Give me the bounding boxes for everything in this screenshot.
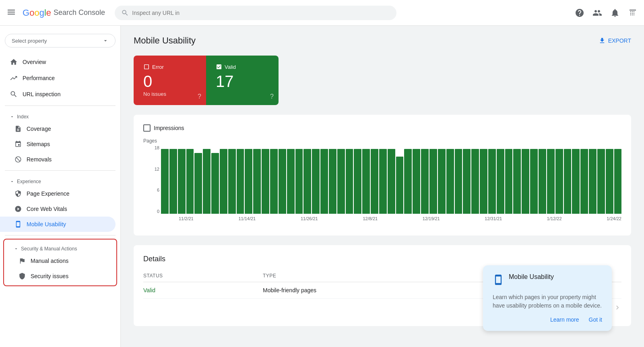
chart-bar [513, 149, 521, 214]
valid-count: 17 [216, 73, 269, 89]
sidebar-item-url-inspection[interactable]: URL inspection [0, 86, 116, 102]
chart-bar [329, 149, 336, 214]
sidebar-item-sitemaps[interactable]: Sitemaps [0, 136, 116, 152]
apps-icon[interactable] [628, 8, 638, 18]
chart-bar [237, 149, 244, 214]
chart-bar [580, 149, 588, 214]
notifications-icon[interactable] [610, 8, 620, 18]
chart-bar [194, 153, 202, 214]
x-tick-7: 1/12/22 [547, 216, 562, 221]
got-it-button[interactable]: Got it [589, 316, 602, 323]
sidebar-item-removals[interactable]: Removals [0, 152, 116, 167]
x-tick-8: 1/24/22 [607, 216, 621, 221]
chart-bar [270, 149, 278, 214]
chart-bar [522, 149, 529, 214]
chart-bar [245, 149, 252, 214]
section-security-manual[interactable]: Security & Manual Actions [4, 241, 116, 253]
chart-section: Impressions Pages 18 12 6 0 11/2/21 11/1… [134, 115, 631, 235]
sidebar-item-mobile-usability[interactable]: Mobile Usability [0, 217, 116, 232]
sidebar-item-coverage[interactable]: Coverage [0, 121, 116, 136]
section-index[interactable]: Index [0, 109, 120, 121]
header: Google Search Console [0, 0, 644, 26]
export-icon [599, 37, 606, 44]
removals-icon [14, 156, 22, 163]
chart-y-axis: 18 12 6 0 [143, 145, 159, 214]
tooltip-popup: Mobile Usability Learn which pages in yo… [483, 265, 612, 331]
accounts-icon[interactable] [592, 8, 602, 18]
chart-bar [438, 149, 446, 214]
chart-bar [287, 149, 295, 214]
details-title: Details [143, 255, 621, 263]
chart-bar [362, 149, 370, 214]
checkbox-checked-icon [216, 64, 222, 70]
valid-card[interactable]: Valid 17 ? [206, 56, 279, 105]
search-input[interactable] [132, 10, 390, 16]
nav-divider [5, 105, 116, 106]
bars-inner [161, 145, 621, 214]
chevron-down-icon [14, 246, 19, 251]
chart-bar [303, 149, 311, 214]
sidebar: Select property Overview Performance URL… [0, 26, 121, 347]
tooltip-header: Mobile Usability [493, 273, 602, 288]
x-tick-2: 11/14/21 [238, 216, 256, 221]
y-tick-0: 0 [143, 209, 159, 214]
search-small-icon [10, 90, 18, 98]
sidebar-item-security-issues[interactable]: Security issues [4, 269, 111, 284]
mobile-icon [14, 221, 22, 228]
chevron-down-icon [102, 37, 109, 44]
chart-bar [178, 149, 186, 214]
property-selector[interactable]: Select property [5, 34, 116, 48]
chart-bar [421, 149, 429, 214]
sidebar-item-performance[interactable]: Performance [0, 70, 116, 86]
cwv-icon [14, 205, 22, 213]
sidebar-item-overview[interactable]: Overview [0, 54, 116, 70]
chart-bar [572, 149, 580, 214]
chart-bar [463, 149, 471, 214]
sidebar-item-label: URL inspection [23, 91, 60, 97]
chart-bar [530, 149, 538, 214]
chart-x-axis: 11/2/21 11/14/21 11/26/21 12/8/21 12/19/… [179, 214, 621, 221]
sidebar-item-label: Performance [23, 75, 55, 81]
chart-bar [228, 149, 236, 214]
flag-icon [19, 257, 26, 264]
error-card[interactable]: Error 0 No issues ? [134, 56, 206, 105]
chart-bar [413, 149, 420, 214]
error-info-icon[interactable]: ? [198, 93, 201, 100]
chart-bar [455, 149, 462, 214]
valid-info-icon[interactable]: ? [270, 93, 274, 100]
learn-more-link[interactable]: Learn more [550, 316, 579, 323]
x-tick-5: 12/19/21 [423, 216, 440, 221]
chart-bar [279, 149, 286, 214]
chart-bar [606, 149, 613, 214]
chart-bar [429, 149, 437, 214]
sidebar-item-page-experience[interactable]: Page Experience [0, 186, 116, 201]
export-button[interactable]: EXPORT [599, 37, 631, 44]
page-title: Mobile Usability [134, 35, 196, 46]
sidebar-item-manual-actions[interactable]: Manual actions [4, 253, 111, 269]
chart-bar [480, 149, 487, 214]
search-bar[interactable] [115, 6, 396, 20]
impressions-checkbox[interactable] [143, 124, 151, 132]
section-experience[interactable]: Experience [0, 174, 120, 186]
y-tick-6: 6 [143, 188, 159, 192]
menu-icon[interactable] [6, 7, 16, 19]
chart-bars: 11/2/21 11/14/21 11/26/21 12/8/21 12/19/… [161, 145, 621, 226]
x-tick-1: 11/2/21 [179, 216, 194, 221]
page-exp-icon [14, 190, 22, 197]
chart-bar [597, 149, 605, 214]
chevron-down-icon [10, 179, 14, 184]
chart-bar [337, 149, 345, 214]
chart-bar [388, 149, 395, 214]
sidebar-item-core-web-vitals[interactable]: Core Web Vitals [0, 201, 116, 217]
logo: Google Search Console [23, 8, 105, 18]
row-status[interactable]: Valid [143, 287, 263, 293]
next-page-icon[interactable] [613, 304, 621, 312]
chart-bar [555, 149, 563, 214]
checkbox-icon [143, 64, 150, 70]
help-icon[interactable] [575, 8, 584, 18]
chart-bar [488, 149, 496, 214]
status-cards: Error 0 No issues ? Valid 17 ? [134, 56, 631, 105]
impressions-toggle[interactable]: Impressions [143, 124, 621, 132]
chart-bar [220, 149, 227, 214]
chart-bar [471, 149, 479, 214]
